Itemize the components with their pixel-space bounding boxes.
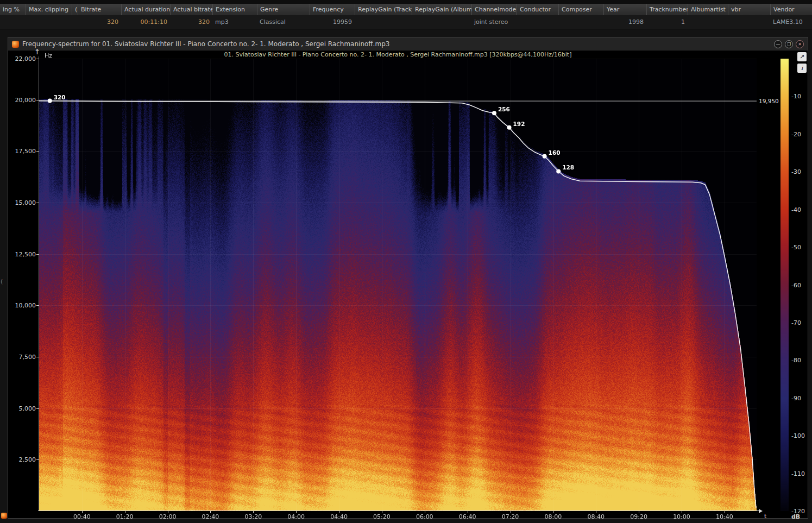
- column-header-col[interactable]: (: [72, 4, 78, 15]
- column-header-year[interactable]: Year: [604, 4, 647, 15]
- info-button[interactable]: i: [797, 64, 807, 73]
- y-axis-tick-label: 7,500: [7, 354, 36, 361]
- y-axis-tick: [36, 254, 39, 255]
- spectrogram-canvas[interactable]: [39, 59, 757, 511]
- y-axis-unit-label: Hz: [45, 52, 52, 59]
- column-value-channelmode: joint stereo: [471, 15, 517, 29]
- column-value-tracknumber: 1: [646, 15, 688, 29]
- column-value-ing: [0, 15, 26, 29]
- x-axis-tick-label: 02:40: [197, 513, 223, 520]
- column-header-channelmode[interactable]: Channelmode: [472, 4, 517, 15]
- column-header-genre[interactable]: Genre: [257, 4, 310, 15]
- window-controls: — ❐ ✕: [774, 40, 804, 48]
- column-value-bitrate: 320: [78, 15, 121, 29]
- y-axis-tick-label: 10,000: [7, 302, 36, 309]
- x-axis-tick-label: 05:20: [369, 513, 395, 520]
- y-axis-tick: [36, 459, 39, 460]
- column-header-actual-duration[interactable]: Actual duration: [122, 4, 171, 15]
- column-value-composer: [558, 15, 603, 29]
- x-axis-tick-label: 04:40: [326, 513, 352, 520]
- colorbar-tick-label: -70: [791, 319, 801, 326]
- column-header-albumartist[interactable]: Albumartist: [688, 4, 728, 15]
- x-axis-line: [38, 511, 759, 511]
- column-header-extension[interactable]: Extension: [213, 4, 257, 15]
- x-axis-tick-label: 01:20: [112, 513, 138, 520]
- column-value-actual-duration: 00:11:10: [121, 15, 170, 29]
- column-header-replaygain-track[interactable]: ReplayGain (Track): [355, 4, 412, 15]
- column-value-replaygain-track: [355, 15, 412, 29]
- colorbar-tick-label: -90: [791, 395, 801, 402]
- column-value-max-clipping: [26, 15, 72, 29]
- column-value-replaygain-album: [412, 15, 471, 29]
- column-header-frequency[interactable]: Frequency: [310, 4, 355, 15]
- x-axis-tick-label: 02:00: [155, 513, 181, 520]
- app-icon: [12, 41, 19, 48]
- column-header-bitrate[interactable]: Bitrate: [78, 4, 122, 15]
- expand-button[interactable]: ↗: [797, 52, 807, 61]
- column-value-albumartist: [688, 15, 728, 29]
- column-header-vendor[interactable]: Vendor: [771, 4, 812, 15]
- column-header-ing[interactable]: ing %: [0, 4, 26, 15]
- x-axis-tick-label: 06:00: [412, 513, 438, 520]
- column-header-conductor[interactable]: Conductor: [517, 4, 559, 15]
- column-value-conductor: [517, 15, 558, 29]
- bitrate-marker-label: 320: [54, 94, 66, 100]
- bitrate-marker-label: 160: [549, 149, 561, 156]
- window-titlebar[interactable]: Frequency-spectrum for 01. Sviatoslav Ri…: [8, 37, 808, 51]
- column-value-actual-bitrate: 320: [170, 15, 212, 29]
- taskbar-app-icon[interactable]: [1, 513, 7, 519]
- x-axis-tick-label: 06:40: [455, 513, 481, 520]
- x-axis-tick-label: 08:40: [583, 513, 609, 520]
- window-title: Frequency-spectrum for 01. Sviatoslav Ri…: [22, 40, 771, 48]
- colorbar-tick-label: -110: [791, 470, 805, 477]
- y-axis-tick-label: 5,000: [7, 405, 36, 412]
- maximize-button[interactable]: ❐: [785, 40, 793, 48]
- column-header-vbr[interactable]: vbr: [728, 4, 771, 15]
- minimize-button[interactable]: —: [774, 40, 782, 48]
- x-axis-unit-label: t: [764, 513, 766, 520]
- colorbar-tick-label: -30: [791, 168, 801, 175]
- clipped-background-text: (: [1, 278, 3, 285]
- column-header-composer[interactable]: Composer: [559, 4, 604, 15]
- x-axis-tick-label: 00:40: [69, 513, 95, 520]
- metadata-value-row[interactable]: 32000:11:10320mp3Classical19959joint ste…: [0, 15, 812, 29]
- bitrate-marker-label: 192: [513, 121, 525, 127]
- x-axis-arrow-icon: [759, 509, 763, 513]
- y-axis-line: [38, 56, 39, 511]
- y-axis-tick: [36, 305, 39, 306]
- column-header-actual-bitrate[interactable]: Actual bitrate: [171, 4, 213, 15]
- column-value-genre: Classical: [257, 15, 310, 29]
- y-axis-tick-label: 15,000: [7, 199, 36, 206]
- y-axis-arrow-icon: ↑: [34, 48, 40, 56]
- colorbar: [780, 59, 789, 511]
- column-header-replaygain-album[interactable]: ReplayGain (Album): [412, 4, 472, 15]
- colorbar-tick-label: -10: [791, 93, 801, 100]
- column-value-vendor: LAME3.10: [770, 15, 812, 29]
- y-axis-tick-label: 22,000: [7, 55, 36, 62]
- y-axis-tick-label: 17,500: [7, 148, 36, 155]
- application-root: ing %Max. clipping(BitrateActual duratio…: [0, 0, 812, 523]
- column-value-year: 1998: [603, 15, 646, 29]
- y-axis-tick: [36, 151, 39, 152]
- y-axis-tick: [36, 59, 39, 59]
- x-axis-tick-label: 04:00: [283, 513, 309, 520]
- metadata-table: ing %Max. clipping(BitrateActual duratio…: [0, 0, 812, 29]
- chart-title: 01. Sviatoslav Richter III - Piano Conce…: [39, 51, 757, 58]
- metadata-header-row: ing %Max. clipping(BitrateActual duratio…: [0, 4, 812, 15]
- bitrate-marker-label: 128: [562, 164, 574, 171]
- colorbar-tick-label: -100: [791, 432, 805, 439]
- colorbar-tick-label: -20: [791, 131, 801, 138]
- y-axis-tick-label: 12,500: [7, 251, 36, 258]
- x-axis-tick-label: 08:00: [540, 513, 566, 520]
- y-axis-tick-label: 20,000: [7, 97, 36, 104]
- column-header-max-clipping[interactable]: Max. clipping: [26, 4, 72, 15]
- close-button[interactable]: ✕: [796, 40, 804, 48]
- column-value-frequency: 19959: [310, 15, 355, 29]
- x-axis-tick-label: 09:20: [626, 513, 652, 520]
- column-header-tracknumber[interactable]: Tracknumber: [647, 4, 688, 15]
- x-axis-tick-label: 10:40: [712, 513, 738, 520]
- y-axis-tick: [36, 203, 39, 203]
- column-value-col: [72, 15, 78, 29]
- colorbar-tick-label: -120: [791, 508, 805, 515]
- colorbar-tick-label: -40: [791, 206, 801, 213]
